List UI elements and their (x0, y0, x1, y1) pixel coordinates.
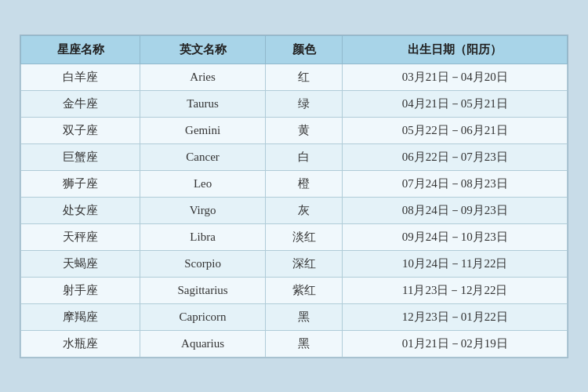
cell-cn-name: 白羊座 (21, 64, 140, 90)
cell-color: 黄 (265, 117, 343, 143)
table-row: 天蝎座Scorpio深红10月24日－11月22日 (21, 250, 568, 277)
cell-en-name: Aquarius (140, 330, 266, 357)
table-row: 天秤座Libra淡红09月24日－10月23日 (21, 223, 568, 250)
cell-color: 绿 (265, 90, 343, 117)
cell-date: 05月22日－06月21日 (343, 117, 568, 143)
cell-date: 11月23日－12月22日 (343, 277, 568, 303)
table-row: 双子座Gemini黄05月22日－06月21日 (21, 117, 568, 143)
cell-color: 白 (265, 143, 343, 170)
cell-date: 12月23日－01月22日 (343, 303, 568, 330)
cell-cn-name: 射手座 (21, 277, 140, 303)
cell-cn-name: 摩羯座 (21, 303, 140, 330)
cell-en-name: Taurus (140, 90, 266, 117)
cell-color: 黑 (265, 330, 343, 357)
cell-cn-name: 狮子座 (21, 170, 140, 197)
cell-date: 09月24日－10月23日 (343, 223, 568, 250)
cell-en-name: Sagittarius (140, 277, 266, 303)
zodiac-table: 星座名称 英文名称 颜色 出生日期（阳历） 白羊座Aries红03月21日－04… (20, 35, 568, 358)
table-row: 水瓶座Aquarius黑01月21日－02月19日 (21, 330, 568, 357)
cell-date: 07月24日－08月23日 (343, 170, 568, 197)
header-color: 颜色 (265, 35, 343, 64)
cell-cn-name: 双子座 (21, 117, 140, 143)
cell-date: 03月21日－04月20日 (343, 64, 568, 90)
cell-en-name: Leo (140, 170, 266, 197)
header-date: 出生日期（阳历） (343, 35, 568, 64)
cell-color: 紫红 (265, 277, 343, 303)
cell-color: 黑 (265, 303, 343, 330)
cell-en-name: Scorpio (140, 250, 266, 277)
table-row: 巨蟹座Cancer白06月22日－07月23日 (21, 143, 568, 170)
cell-color: 红 (265, 64, 343, 90)
table-row: 处女座Virgo灰08月24日－09月23日 (21, 197, 568, 223)
cell-cn-name: 天秤座 (21, 223, 140, 250)
cell-date: 06月22日－07月23日 (343, 143, 568, 170)
cell-en-name: Virgo (140, 197, 266, 223)
cell-en-name: Cancer (140, 143, 266, 170)
cell-color: 深红 (265, 250, 343, 277)
cell-cn-name: 巨蟹座 (21, 143, 140, 170)
cell-cn-name: 金牛座 (21, 90, 140, 117)
cell-cn-name: 水瓶座 (21, 330, 140, 357)
cell-date: 10月24日－11月22日 (343, 250, 568, 277)
zodiac-table-container: 星座名称 英文名称 颜色 出生日期（阳历） 白羊座Aries红03月21日－04… (20, 34, 568, 358)
cell-cn-name: 处女座 (21, 197, 140, 223)
table-header-row: 星座名称 英文名称 颜色 出生日期（阳历） (21, 35, 568, 64)
table-row: 射手座Sagittarius紫红11月23日－12月22日 (21, 277, 568, 303)
cell-color: 橙 (265, 170, 343, 197)
cell-date: 08月24日－09月23日 (343, 197, 568, 223)
cell-en-name: Gemini (140, 117, 266, 143)
cell-date: 01月21日－02月19日 (343, 330, 568, 357)
cell-date: 04月21日－05月21日 (343, 90, 568, 117)
cell-color: 淡红 (265, 223, 343, 250)
header-cn-name: 星座名称 (21, 35, 140, 64)
cell-en-name: Libra (140, 223, 266, 250)
cell-en-name: Aries (140, 64, 266, 90)
header-en-name: 英文名称 (140, 35, 266, 64)
table-row: 金牛座Taurus绿04月21日－05月21日 (21, 90, 568, 117)
table-row: 白羊座Aries红03月21日－04月20日 (21, 64, 568, 90)
cell-color: 灰 (265, 197, 343, 223)
table-row: 摩羯座Capricorn黑12月23日－01月22日 (21, 303, 568, 330)
cell-cn-name: 天蝎座 (21, 250, 140, 277)
table-body: 白羊座Aries红03月21日－04月20日金牛座Taurus绿04月21日－0… (21, 64, 568, 357)
table-row: 狮子座Leo橙07月24日－08月23日 (21, 170, 568, 197)
cell-en-name: Capricorn (140, 303, 266, 330)
